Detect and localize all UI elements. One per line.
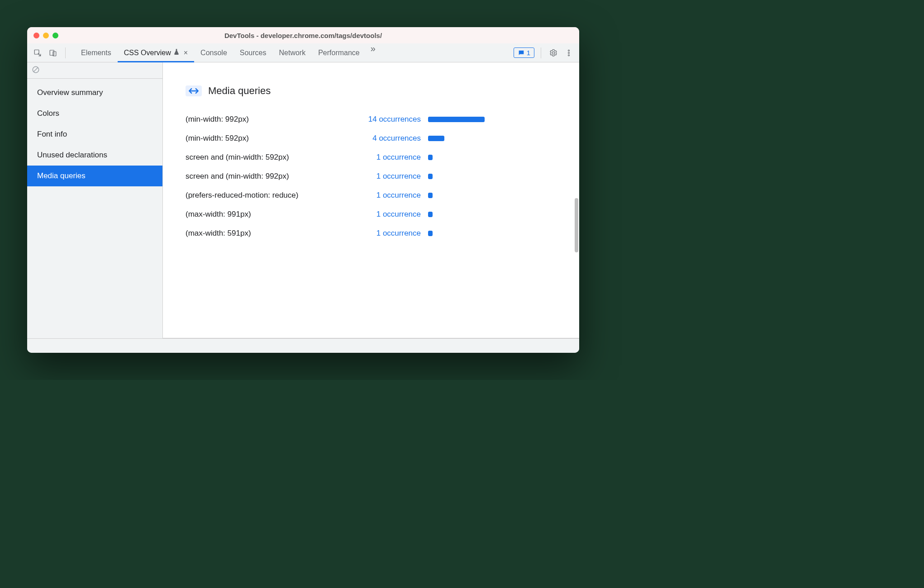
scrollbar-thumb[interactable] [575,198,578,252]
settings-icon[interactable] [548,47,559,59]
tab-label: Sources [240,49,267,57]
separator [65,47,66,58]
devtools-toolbar: Elements CSS Overview × Console Sources … [27,43,579,62]
sidebar-item-media-queries[interactable]: Media queries [27,166,162,186]
occurrence-bar [428,212,519,217]
titlebar: DevTools - developer.chrome.com/tags/dev… [27,27,579,43]
occurrence-bar [428,231,519,236]
occurrence-link[interactable]: 14 occurrences [348,115,421,124]
tab-console[interactable]: Console [194,43,233,62]
media-query-row: (max-width: 591px)1 occurrence [186,229,557,238]
occurrence-link[interactable]: 1 occurrence [348,210,421,219]
main-content[interactable]: Media queries (min-width: 992px)14 occur… [163,62,579,338]
tab-label: Network [279,49,305,57]
close-tab-icon[interactable]: × [184,49,188,57]
media-query-row: screen and (min-width: 992px)1 occurrenc… [186,172,557,181]
occurrence-bar [428,117,519,122]
sidebar-item-unused-declarations[interactable]: Unused declarations [27,145,162,166]
occurrence-bar [428,174,519,179]
occurrence-bar [428,155,519,160]
sidebar-toolbar [27,62,162,79]
issues-button[interactable]: 1 [514,47,534,58]
svg-point-3 [568,50,570,51]
toolbar-right: 1 [514,47,575,59]
tab-performance[interactable]: Performance [312,43,366,62]
occurrence-bar [428,136,519,141]
inspect-element-icon[interactable] [32,47,43,59]
clear-icon[interactable] [32,66,40,75]
media-query-text: screen and (min-width: 592px) [186,153,348,162]
zoom-window-button[interactable] [52,33,58,38]
sidebar: Overview summaryColorsFont infoUnused de… [27,62,163,338]
window-controls [33,33,58,38]
tab-label: Elements [81,49,111,57]
devtools-window: DevTools - developer.chrome.com/tags/dev… [27,27,579,353]
occurrence-bar [428,193,519,198]
tab-sources[interactable]: Sources [233,43,273,62]
tab-label: CSS Overview [124,49,171,57]
more-tabs-icon[interactable]: » [366,43,380,62]
panel-tabs: Elements CSS Overview × Console Sources … [75,43,380,62]
tab-label: Console [200,49,227,57]
media-query-row: (max-width: 991px)1 occurrence [186,210,557,219]
occurrence-link[interactable]: 1 occurrence [348,172,421,181]
issues-count: 1 [527,49,530,57]
tab-label: Performance [318,49,360,57]
media-query-text: (max-width: 991px) [186,210,348,219]
svg-point-5 [568,54,570,56]
media-query-text: (min-width: 992px) [186,115,348,124]
more-menu-icon[interactable] [563,47,575,59]
section-title: Media queries [208,85,271,97]
occurrence-link[interactable]: 4 occurrences [348,134,421,143]
media-query-row: (prefers-reduced-motion: reduce)1 occurr… [186,191,557,200]
svg-line-7 [34,68,38,72]
tab-css-overview[interactable]: CSS Overview × [118,43,194,62]
media-query-row: (min-width: 992px)14 occurrences [186,115,557,124]
svg-rect-1 [50,50,54,55]
sidebar-item-overview-summary[interactable]: Overview summary [27,82,162,103]
section-header: Media queries [186,85,557,97]
panel-body: Overview summaryColorsFont infoUnused de… [27,62,579,338]
occurrence-link[interactable]: 1 occurrence [348,229,421,238]
media-queries-icon [186,85,202,96]
minimize-window-button[interactable] [43,33,49,38]
tab-network[interactable]: Network [272,43,312,62]
flask-icon [173,48,180,57]
close-window-button[interactable] [33,33,39,38]
media-query-text: screen and (min-width: 992px) [186,172,348,181]
drawer-footer [27,338,579,353]
occurrence-link[interactable]: 1 occurrence [348,153,421,162]
separator [541,47,541,58]
window-title: DevTools - developer.chrome.com/tags/dev… [27,32,579,39]
svg-point-4 [568,52,570,53]
sidebar-item-colors[interactable]: Colors [27,103,162,124]
media-query-text: (prefers-reduced-motion: reduce) [186,191,348,200]
media-query-text: (min-width: 592px) [186,134,348,143]
media-query-row: (min-width: 592px)4 occurrences [186,134,557,143]
media-query-row: screen and (min-width: 592px)1 occurrenc… [186,153,557,162]
sidebar-list: Overview summaryColorsFont infoUnused de… [27,79,162,186]
sidebar-item-font-info[interactable]: Font info [27,124,162,145]
media-queries-table: (min-width: 992px)14 occurrences(min-wid… [186,115,557,238]
occurrence-link[interactable]: 1 occurrence [348,191,421,200]
tab-elements[interactable]: Elements [75,43,118,62]
device-toggle-icon[interactable] [47,47,59,59]
media-query-text: (max-width: 591px) [186,229,348,238]
